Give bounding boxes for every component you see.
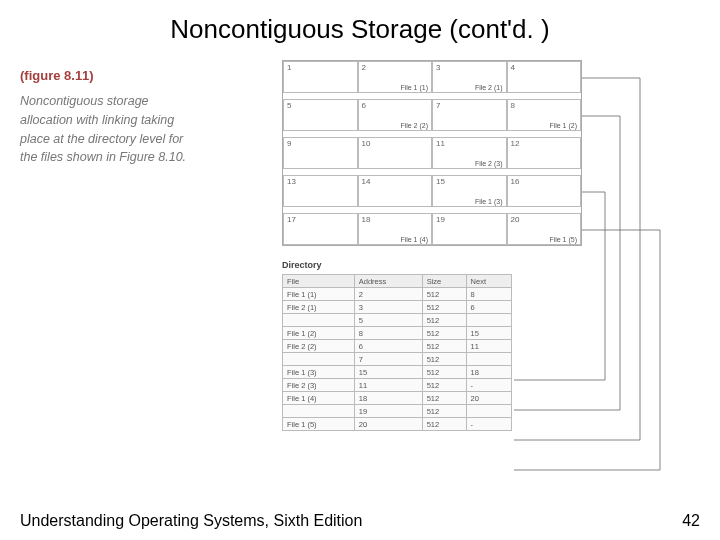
grid-cell: 19 bbox=[432, 213, 507, 245]
table-row: File 1 (5)20512- bbox=[283, 418, 512, 431]
slide-content: (figure 8.11) Noncontiguous storage allo… bbox=[20, 60, 700, 500]
grid-cell: 9 bbox=[283, 137, 358, 169]
table-row: 19512 bbox=[283, 405, 512, 418]
grid-cell: 11File 2 (3) bbox=[432, 137, 507, 169]
grid-cell: 8File 1 (2) bbox=[507, 99, 582, 131]
grid-cell: 5 bbox=[283, 99, 358, 131]
dir-col-header: Size bbox=[422, 275, 466, 288]
directory-table: FileAddressSizeNextFile 1 (1)25128File 2… bbox=[282, 274, 512, 431]
grid-cell: 2File 1 (1) bbox=[358, 61, 433, 93]
directory-heading: Directory bbox=[282, 260, 322, 270]
grid-cell: 4 bbox=[507, 61, 582, 93]
grid-cell: 10 bbox=[358, 137, 433, 169]
figure-label: (figure 8.11) bbox=[20, 68, 94, 83]
grid-cell: 13 bbox=[283, 175, 358, 207]
grid-cell: 16 bbox=[507, 175, 582, 207]
table-row: File 2 (1)35126 bbox=[283, 301, 512, 314]
grid-cell: 3File 2 (1) bbox=[432, 61, 507, 93]
slide-title: Noncontiguous Storage (cont'd. ) bbox=[0, 0, 720, 45]
table-row: File 2 (2)651211 bbox=[283, 340, 512, 353]
table-row: File 1 (1)25128 bbox=[283, 288, 512, 301]
page-number: 42 bbox=[682, 512, 700, 530]
table-row: 5512 bbox=[283, 314, 512, 327]
grid-cell: 6File 2 (2) bbox=[358, 99, 433, 131]
sector-grid: 12File 1 (1)3File 2 (1)456File 2 (2)78Fi… bbox=[282, 60, 582, 246]
grid-cell: 20File 1 (5) bbox=[507, 213, 582, 245]
dir-col-header: File bbox=[283, 275, 355, 288]
table-row: File 1 (2)851215 bbox=[283, 327, 512, 340]
grid-cell: 12 bbox=[507, 137, 582, 169]
grid-cell: 18File 1 (4) bbox=[358, 213, 433, 245]
table-row: 7512 bbox=[283, 353, 512, 366]
table-row: File 2 (3)11512- bbox=[283, 379, 512, 392]
table-row: File 1 (4)1851220 bbox=[283, 392, 512, 405]
grid-cell: 1 bbox=[283, 61, 358, 93]
figure-caption: Noncontiguous storage allocation with li… bbox=[20, 92, 190, 167]
grid-cell: 14 bbox=[358, 175, 433, 207]
slide-footer: Understanding Operating Systems, Sixth E… bbox=[20, 512, 700, 530]
dir-col-header: Next bbox=[466, 275, 511, 288]
grid-cell: 15File 1 (3) bbox=[432, 175, 507, 207]
grid-cell: 7 bbox=[432, 99, 507, 131]
grid-cell: 17 bbox=[283, 213, 358, 245]
dir-col-header: Address bbox=[354, 275, 422, 288]
footer-text: Understanding Operating Systems, Sixth E… bbox=[20, 512, 362, 530]
table-row: File 1 (3)1551218 bbox=[283, 366, 512, 379]
